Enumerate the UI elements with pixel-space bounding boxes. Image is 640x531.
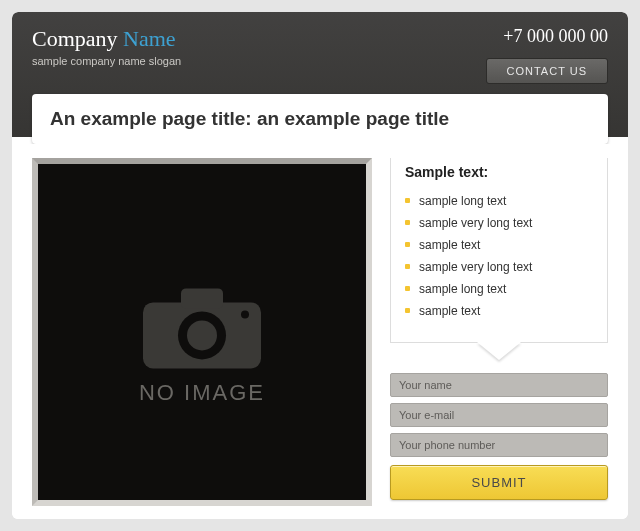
page-frame: Company Name sample company name slogan … (12, 12, 628, 519)
no-image-indicator: NO IMAGE (137, 282, 267, 406)
phone-number: +7 000 000 00 (503, 26, 608, 47)
chevron-down-icon (477, 342, 521, 360)
list-item: sample long text (405, 190, 593, 212)
name-field-row (390, 373, 608, 397)
svg-point-3 (187, 320, 217, 350)
info-panel: Sample text: sample long text sample ver… (390, 158, 608, 343)
contact-us-button[interactable]: CONTACT US (486, 58, 609, 84)
phone-input[interactable] (390, 433, 608, 457)
side-column: Sample text: sample long text sample ver… (390, 158, 608, 507)
info-list: sample long text sample very long text s… (405, 190, 593, 322)
list-item: sample very long text (405, 256, 593, 278)
no-image-text: NO IMAGE (137, 380, 267, 406)
list-item: sample long text (405, 278, 593, 300)
company-word-1: Company (32, 26, 118, 51)
company-word-2: Name (123, 26, 176, 51)
email-input[interactable] (390, 403, 608, 427)
image-placeholder: NO IMAGE (32, 158, 372, 506)
svg-point-4 (241, 310, 249, 318)
svg-rect-1 (181, 288, 223, 308)
camera-icon (137, 282, 267, 372)
list-item: sample text (405, 234, 593, 256)
list-item: sample text (405, 300, 593, 322)
list-item: sample very long text (405, 212, 593, 234)
email-field-row (390, 403, 608, 427)
content-area: NO IMAGE Sample text: sample long text s… (12, 144, 628, 519)
page-title: An example page title: an example page t… (50, 108, 590, 130)
phone-field-row (390, 433, 608, 457)
info-heading: Sample text: (405, 164, 593, 180)
submit-button[interactable]: SUBMIT (390, 465, 608, 500)
page-title-bar: An example page title: an example page t… (32, 94, 608, 144)
name-input[interactable] (390, 373, 608, 397)
